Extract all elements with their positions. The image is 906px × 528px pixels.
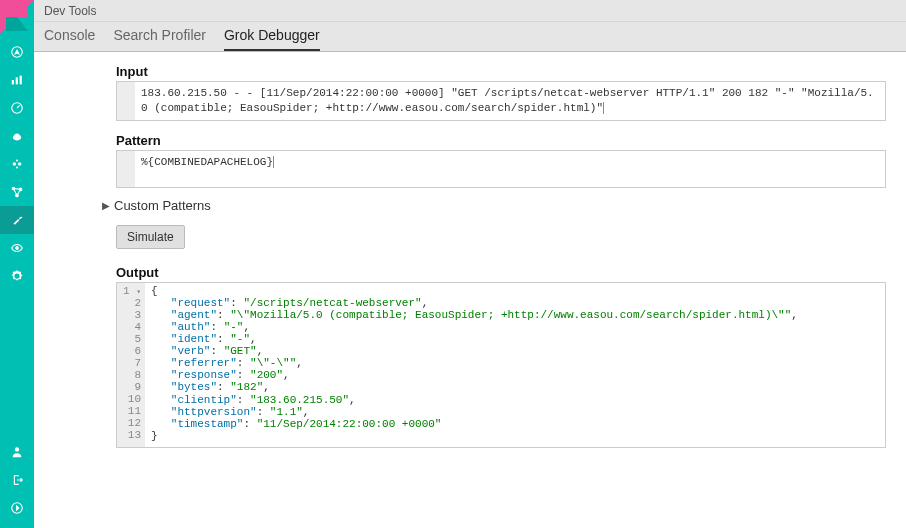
nav-logout[interactable]	[0, 466, 34, 494]
tabs: Console Search Profiler Grok Debugger	[34, 22, 906, 52]
svg-rect-1	[12, 80, 14, 84]
svg-point-7	[16, 159, 18, 161]
input-textarea[interactable]: 183.60.215.50 - - [11/Sep/2014:22:00:00 …	[116, 81, 886, 121]
dashboard-icon	[10, 101, 24, 115]
svg-rect-2	[16, 77, 18, 84]
tab-console[interactable]: Console	[44, 21, 95, 51]
logout-icon	[10, 473, 24, 487]
collapse-icon	[10, 501, 24, 515]
gear-icon	[10, 269, 24, 283]
content: Input 183.60.215.50 - - [11/Sep/2014:22:…	[34, 52, 906, 528]
tab-grok-debugger[interactable]: Grok Debugger	[224, 21, 320, 51]
svg-point-5	[13, 162, 17, 166]
input-label: Input	[116, 64, 886, 79]
nav-timelion[interactable]	[0, 122, 34, 150]
input-gutter	[117, 82, 135, 120]
svg-rect-3	[20, 76, 22, 85]
svg-point-8	[16, 166, 18, 168]
input-value: 183.60.215.50 - - [11/Sep/2014:22:00:00 …	[135, 82, 885, 120]
svg-point-13	[15, 447, 19, 451]
nav-dashboard[interactable]	[0, 94, 34, 122]
user-icon	[10, 445, 24, 459]
bar-chart-icon	[10, 73, 24, 87]
main: Dev Tools Console Search Profiler Grok D…	[34, 0, 906, 528]
nav-visualize[interactable]	[0, 66, 34, 94]
nav-collapse[interactable]	[0, 494, 34, 522]
pattern-value: %{COMBINEDAPACHELOG}	[135, 151, 885, 187]
compass-icon	[10, 45, 24, 59]
nav-management[interactable]	[0, 262, 34, 290]
output-gutter: 1 ▾2345678910111213	[117, 283, 145, 447]
sidebar-top	[0, 38, 34, 290]
app-title: Dev Tools	[34, 0, 906, 22]
nav-account[interactable]	[0, 438, 34, 466]
pattern-label: Pattern	[116, 133, 886, 148]
custom-patterns-toggle[interactable]: ▶ Custom Patterns	[102, 198, 886, 213]
sidebar-bottom	[0, 438, 34, 522]
pattern-textarea[interactable]: %{COMBINEDAPACHELOG}	[116, 150, 886, 188]
output-label: Output	[116, 265, 886, 280]
sidebar	[0, 0, 34, 528]
custom-patterns-label: Custom Patterns	[114, 198, 211, 213]
graph-icon	[10, 185, 24, 199]
wrench-icon	[10, 213, 24, 227]
nav-devtools[interactable]	[0, 206, 34, 234]
chevron-right-icon: ▶	[102, 200, 110, 211]
eye-icon	[10, 241, 24, 255]
nav-discover[interactable]	[0, 38, 34, 66]
svg-point-12	[16, 247, 19, 250]
kibana-logo[interactable]	[0, 0, 34, 34]
nav-monitoring[interactable]	[0, 234, 34, 262]
nav-ml[interactable]	[0, 150, 34, 178]
svg-point-6	[18, 162, 22, 166]
output-code[interactable]: { "request": "/scripts/netcat-webserver"…	[145, 283, 804, 447]
tab-search-profiler[interactable]: Search Profiler	[113, 21, 206, 51]
pattern-gutter	[117, 151, 135, 187]
output-box: 1 ▾2345678910111213 { "request": "/scrip…	[116, 282, 886, 448]
timelion-icon	[10, 129, 24, 143]
ml-icon	[10, 157, 24, 171]
nav-graph[interactable]	[0, 178, 34, 206]
simulate-button[interactable]: Simulate	[116, 225, 185, 249]
